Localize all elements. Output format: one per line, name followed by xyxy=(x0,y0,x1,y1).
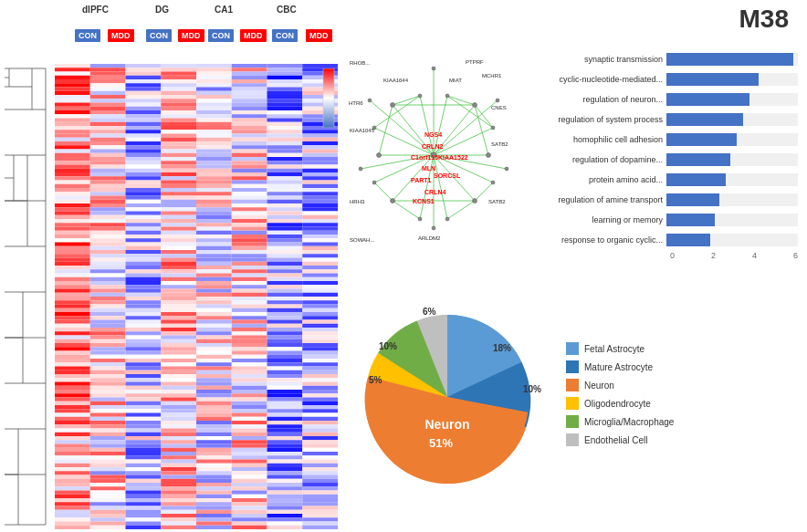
network-node-kcns1: KCNS1 xyxy=(413,198,435,204)
bar-label-7: protein amino acid... xyxy=(520,175,666,184)
condition-mdd-1: MDD xyxy=(108,29,134,42)
svg-point-77 xyxy=(359,167,362,171)
bar-label-6: regulation of dopamine... xyxy=(520,155,666,164)
pie-neuron-label: Neuron xyxy=(425,417,470,432)
condition-mdd-2: MDD xyxy=(178,29,204,42)
region-ca1: CA1 xyxy=(215,5,233,15)
network-label-4: HTR6 xyxy=(349,100,363,106)
legend-color-micro xyxy=(566,415,579,428)
heatmap-canvas xyxy=(55,64,338,532)
bar-label-10: response to organic cyclic... xyxy=(520,235,666,245)
svg-line-46 xyxy=(374,96,420,128)
legend-label-fetal: Fetal Astrocyte xyxy=(584,344,645,354)
svg-point-70 xyxy=(372,181,376,184)
bar-fill-2 xyxy=(666,73,759,86)
bar-fill-1 xyxy=(666,53,793,66)
svg-point-75 xyxy=(496,99,499,102)
svg-line-44 xyxy=(379,105,393,155)
bar-track-8 xyxy=(666,193,798,206)
network-label-3: MCHR1 xyxy=(482,73,502,78)
network-node-kiaa1522: KIAA1522 xyxy=(438,154,468,161)
network-label-1: RHOB... xyxy=(350,60,371,66)
bar-fill-4 xyxy=(666,113,743,126)
network-label-2: PTPRF xyxy=(466,59,484,65)
pie-pct-endo: 6% xyxy=(423,307,436,317)
svg-line-51 xyxy=(434,155,447,219)
network-label-6: MIAT xyxy=(449,78,462,83)
pie-container: 18% 10% 51% 5% 10% 6% Neuron xyxy=(347,297,548,497)
svg-point-64 xyxy=(377,153,382,158)
bar-track-9 xyxy=(666,214,798,226)
legend-oligodendrocyte: Oligodendrocyte xyxy=(566,397,674,410)
bar-track-4 xyxy=(666,113,798,126)
network-label-11: HRH3 xyxy=(350,199,365,204)
bar-label-3: regulation of neuron... xyxy=(520,95,666,104)
svg-point-59 xyxy=(391,103,395,108)
bar-row-1: synaptic transmission xyxy=(520,50,798,68)
svg-point-60 xyxy=(473,103,477,108)
bar-chart: synaptic transmission cyclic-nucleotide-… xyxy=(520,50,798,260)
bar-fill-8 xyxy=(666,193,719,206)
svg-point-62 xyxy=(473,199,477,203)
legend-label-neuron: Neuron xyxy=(584,381,614,391)
network-label-12: ARLDM2 xyxy=(418,235,441,241)
legend-label-oligo: Oligodendrocyte xyxy=(584,399,651,409)
network-node-mln: MLN xyxy=(422,165,435,172)
svg-point-65 xyxy=(418,94,422,98)
legend-label-endo: Endothelial Cell xyxy=(584,435,648,445)
bar-row-7: protein amino acid... xyxy=(520,171,798,189)
bar-fill-6 xyxy=(666,153,730,166)
condition-con-4: CON xyxy=(272,29,298,42)
legend-label-mature: Mature Astrocyte xyxy=(584,362,653,372)
bar-track-2 xyxy=(666,73,798,86)
bar-row-4: regulation of system process xyxy=(520,110,798,129)
legend-color-neuron xyxy=(566,379,579,391)
bar-track-1 xyxy=(666,53,798,66)
pie-pct-neuron: 51% xyxy=(429,436,453,450)
legend-color-fetal xyxy=(566,342,579,355)
network-graph: CRLN2 NGS4 C1orf115 KIAA1522 MLN PART1 C… xyxy=(347,50,520,260)
pie-legend: Fetal Astrocyte Mature Astrocyte Neuron … xyxy=(566,342,674,452)
bar-track-6 xyxy=(666,153,798,166)
svg-rect-24 xyxy=(323,68,334,128)
network-label-8: KIAA1045 xyxy=(350,128,375,133)
bar-row-10: response to organic cyclic... xyxy=(520,231,798,249)
svg-point-68 xyxy=(491,181,495,184)
bar-track-10 xyxy=(666,234,798,246)
heatmap-area: dlPFC DG CA1 CBC CON MDD CON MDD CON MDD… xyxy=(0,0,338,532)
network-node-sorcsl: SORCSL xyxy=(434,172,461,179)
svg-line-45 xyxy=(475,105,488,155)
condition-con-3: CON xyxy=(208,29,234,42)
condition-mdd-3: MDD xyxy=(240,29,267,42)
bar-fill-10 xyxy=(666,234,710,246)
region-dlpfc: dlPFC xyxy=(82,5,109,15)
svg-point-66 xyxy=(445,94,449,98)
bar-label-2: cyclic-nucleotide-mediated... xyxy=(520,75,666,84)
color-scale xyxy=(322,68,333,123)
bar-fill-7 xyxy=(666,173,726,186)
legend-neuron: Neuron xyxy=(566,379,674,391)
bar-row-5: homophilic cell adhesion xyxy=(520,130,798,149)
bar-row-6: regulation of dopamine... xyxy=(520,151,798,169)
pie-pct-fetal: 18% xyxy=(493,343,511,353)
bar-row-9: learning or memory xyxy=(520,211,798,229)
left-panel: dlPFC DG CA1 CBC CON MDD CON MDD CON MDD… xyxy=(0,0,338,532)
region-cbc: CBC xyxy=(277,5,297,15)
pie-pct-mature: 10% xyxy=(523,384,541,394)
network-node-crln4: CRLN4 xyxy=(424,189,445,195)
region-dg: DG xyxy=(155,5,169,15)
m38-title: M38 xyxy=(739,5,789,34)
network-node-crln2: CRLN2 xyxy=(422,143,443,150)
network-node-part1: PART1 xyxy=(411,177,432,183)
heatmap-header: dlPFC DG CA1 CBC CON MDD CON MDD CON MDD… xyxy=(55,0,338,64)
legend-color-oligo xyxy=(566,397,579,410)
network-node-c1orf115: C1orf115 xyxy=(411,154,438,161)
svg-line-42 xyxy=(374,183,393,201)
svg-point-73 xyxy=(432,226,435,230)
pie-pct-micro: 10% xyxy=(379,341,397,351)
dendrogram xyxy=(0,64,50,532)
bar-track-3 xyxy=(666,93,798,106)
bar-track-5 xyxy=(666,133,798,146)
bar-row-8: regulation of amine transport xyxy=(520,191,798,209)
svg-point-61 xyxy=(487,153,491,158)
